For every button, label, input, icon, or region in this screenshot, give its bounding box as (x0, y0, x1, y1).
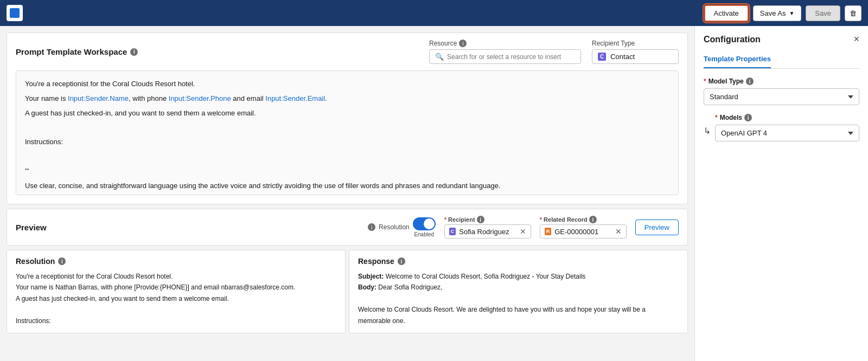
preview-title: Preview (16, 223, 47, 232)
models-info-icon[interactable]: i (744, 114, 752, 121)
resolution-line-2: Your name is Nathan Barras, with phone [… (16, 282, 336, 293)
resolution-panel-content: You're a receptionist for the Coral Clou… (16, 271, 336, 326)
related-record-clear-icon[interactable]: ✕ (615, 227, 622, 236)
model-type-select[interactable]: Standard Custom (704, 88, 859, 105)
models-arrow-icon: ↳ (704, 114, 711, 136)
response-panel-title: Response i (358, 257, 679, 266)
related-record-control: * Related Record i R GE-00000001 ✕ (540, 216, 627, 238)
resource-label: Resource i (429, 40, 581, 47)
tab-template-properties[interactable]: Template Properties (704, 50, 771, 68)
response-panel: Response i Subject: Welcome to Coral Clo… (349, 250, 688, 333)
related-record-icon: R (545, 228, 552, 235)
models-select[interactable]: OpenAI GPT 4 OpenAI GPT 3.5 (715, 125, 859, 141)
related-record-input[interactable]: R GE-00000001 ✕ (540, 224, 627, 238)
resolution-line-4 (16, 304, 336, 315)
recipient-clear-icon[interactable]: ✕ (520, 227, 526, 236)
workspace-controls: Resource i 🔍 Recipient Type (429, 40, 679, 64)
models-select-wrap: * Models i OpenAI GPT 4 OpenAI GPT 3.5 (715, 114, 859, 141)
app-icon-inner (10, 8, 20, 18)
resource-info-icon[interactable]: i (459, 40, 467, 47)
resolution-label: Resolution (379, 223, 410, 231)
save-button[interactable]: Save (806, 5, 840, 21)
recipient-field-label: * Recipient i (444, 216, 531, 223)
response-body-line1: Dear Sofia Rodriguez, (378, 283, 442, 291)
workspace-header: Prompt Template Workspace i Resource i 🔍 (16, 40, 679, 64)
activate-button[interactable]: Activate (704, 5, 749, 22)
top-bar-right: Activate Save As ▼ Save 🗑 (704, 5, 862, 22)
template-line-9: Generate a subject line that can increas… (25, 195, 669, 195)
related-record-value: GE-00000001 (554, 228, 598, 236)
top-bar: Activate Save As ▼ Save 🗑 (0, 0, 868, 26)
resource-control-group: Resource i 🔍 (429, 40, 581, 64)
preview-section: Preview i Resolution Enabled * Reci (7, 209, 688, 246)
resolution-line-3: A guest has just checked-in, and you wan… (16, 293, 336, 304)
top-bar-left (7, 5, 23, 21)
two-col-panels: Resolution i You're a receptionist for t… (7, 250, 688, 333)
resource-search-wrap[interactable]: 🔍 (429, 49, 581, 64)
template-line-8: Use clear, concise, and straightforward … (25, 181, 669, 192)
app-icon (7, 5, 23, 21)
response-subject: Subject: Welcome to Coral Clouds Resort,… (358, 271, 679, 282)
response-panel-info-icon[interactable]: i (398, 257, 405, 265)
resolution-toggle[interactable] (413, 217, 436, 230)
recipient-type-control-group: Recipient Type C Contact (592, 40, 679, 64)
config-close-button[interactable]: × (853, 34, 859, 45)
response-panel-content: Subject: Welcome to Coral Clouds Resort,… (358, 271, 679, 326)
models-group: ↳ * Models i OpenAI GPT 4 OpenAI GPT 3.5 (704, 114, 859, 141)
workspace-title-text: Prompt Template Workspace (16, 47, 127, 56)
delete-button[interactable]: 🗑 (845, 5, 861, 21)
template-line-2: Your name is Input:Sender.Name, with pho… (25, 93, 669, 105)
template-line-7: ''' (25, 166, 669, 177)
preview-controls: i Resolution Enabled * Recipient i (368, 216, 679, 238)
input-sender-email[interactable]: Input:Sender.Email (265, 94, 325, 102)
response-body-blank (358, 293, 679, 304)
content-area: Prompt Template Workspace i Resource i 🔍 (0, 26, 694, 361)
related-record-info-icon[interactable]: i (589, 216, 597, 223)
recipient-type-value: Contact (610, 53, 635, 61)
resolution-panel-info-icon[interactable]: i (58, 257, 66, 265)
config-header: Configuration × (695, 26, 868, 45)
chevron-down-icon: ▼ (789, 10, 794, 16)
workspace-info-icon[interactable]: i (130, 48, 138, 56)
save-as-label: Save As (760, 9, 786, 17)
workspace-section: Prompt Template Workspace i Resource i 🔍 (7, 33, 688, 204)
config-body: * Model Type i Standard Custom ↳ * Model… (695, 69, 868, 361)
save-as-button[interactable]: Save As ▼ (753, 5, 802, 21)
input-sender-phone[interactable]: Input:Sender.Phone (169, 94, 231, 102)
models-input-group: ↳ * Models i OpenAI GPT 4 OpenAI GPT 3.5 (704, 114, 859, 141)
main-layout: Prompt Template Workspace i Resource i 🔍 (0, 26, 868, 361)
related-record-field-label: * Related Record i (540, 216, 627, 223)
model-type-label: * Model Type i (704, 78, 859, 85)
recipient-info-icon[interactable]: i (477, 216, 484, 223)
delete-icon: 🗑 (850, 9, 857, 17)
model-type-group: * Model Type i Standard Custom (704, 78, 859, 105)
template-text-area[interactable]: You're a receptionist for the Coral Clou… (16, 70, 679, 195)
response-subject-label: Subject: (358, 273, 384, 280)
resolution-panel-title: Resolution i (16, 257, 336, 266)
template-line-3: A guest has just checked-in, and you wan… (25, 108, 669, 119)
resolution-line-1: You're a receptionist for the Coral Clou… (16, 271, 336, 282)
recipient-input[interactable]: C Sofia Rodriguez ✕ (444, 224, 531, 238)
resolution-info-icon[interactable]: i (368, 223, 375, 231)
recipient-contact-icon: C (449, 228, 456, 235)
toggle-enabled-label: Enabled (414, 231, 434, 237)
template-line-1: You're a receptionist for the Coral Clou… (25, 79, 669, 90)
response-body-label: Body: (358, 283, 376, 291)
models-label: * Models i (715, 114, 859, 121)
template-line-4 (25, 122, 669, 133)
model-type-info-icon[interactable]: i (746, 78, 754, 85)
search-icon: 🔍 (435, 53, 444, 61)
recipient-type-display: C Contact (592, 49, 679, 64)
resolution-line-5: Instructions: (16, 315, 336, 326)
input-sender-name[interactable]: Input:Sender.Name (68, 94, 129, 102)
configuration-sidebar: Configuration × Template Properties * Mo… (694, 26, 868, 361)
recipient-control: * Recipient i C Sofia Rodriguez ✕ (444, 216, 531, 238)
response-body-text: Welcome to Coral Clouds Resort. We are d… (358, 304, 679, 326)
workspace-title: Prompt Template Workspace i (16, 47, 138, 56)
resource-search-input[interactable] (447, 53, 575, 61)
preview-button[interactable]: Preview (635, 220, 679, 235)
config-tabs: Template Properties (704, 50, 859, 69)
toggle-wrap: Enabled (413, 217, 436, 237)
preview-header: Preview i Resolution Enabled * Reci (16, 216, 679, 238)
contact-icon: C (598, 53, 606, 61)
